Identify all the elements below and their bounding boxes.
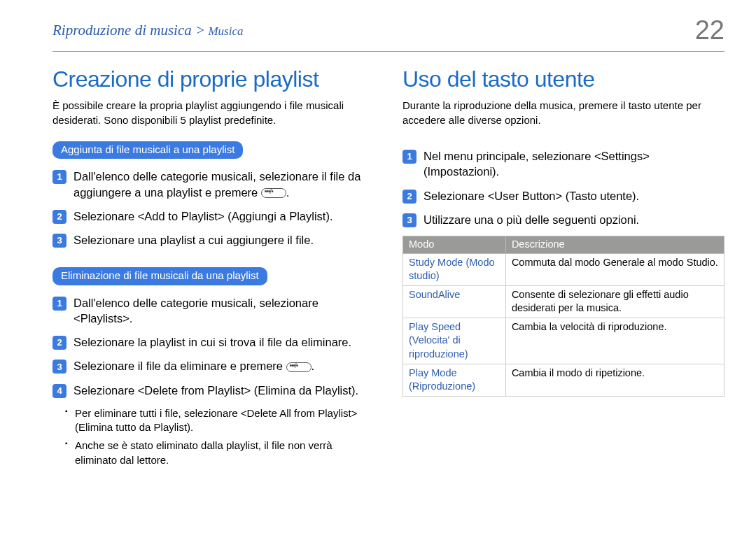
left-column: Creazione di proprie playlist È possibil… <box>52 64 374 471</box>
mode-cell: SoundAlive <box>403 285 506 318</box>
section-title: Creazione di proprie playlist <box>52 64 374 94</box>
section-intro: È possibile creare la propria playlist a… <box>52 99 374 127</box>
step-text: Dall'elenco delle categorie musicali, se… <box>74 295 374 327</box>
desc-cell: Cambia la velocità di riproduzione. <box>505 318 724 364</box>
step-number: 2 <box>52 336 66 350</box>
desc-cell: Commuta dal modo Generale al modo Studio… <box>505 253 724 285</box>
mode-cell: Play Mode (Riproduzione) <box>403 364 506 396</box>
options-table: Modo Descrizione Study Mode (Modo studio… <box>402 236 724 397</box>
step-number: 4 <box>52 384 66 398</box>
step-item: 2 Selezionare <Add to Playlist> (Aggiung… <box>52 208 374 224</box>
step-item: 1 Nel menu principale, selezionare <Sett… <box>402 148 724 180</box>
menu-button-icon <box>286 362 312 372</box>
step-text: Selezionare una playlist a cui aggiunger… <box>74 232 374 248</box>
desc-cell: Cambia il modo di ripetizione. <box>505 364 724 396</box>
note-item: Per eliminare tutti i file, selezionare … <box>75 406 374 435</box>
step-number: 2 <box>52 210 66 224</box>
table-row: Play Speed (Velocita' di riproduzione) C… <box>403 318 724 364</box>
step-text: Selezionare il file da eliminare e preme… <box>74 358 374 374</box>
section-title: Uso del tasto utente <box>402 64 724 94</box>
step-item: 3 Utilizzare una o più delle seguenti op… <box>402 212 724 227</box>
table-row: Play Mode (Riproduzione) Cambia il modo … <box>403 364 724 396</box>
page-header: Riproduzione di musica > Musica 22 <box>52 13 724 52</box>
table-header-row: Modo Descrizione <box>403 236 724 254</box>
step-number: 1 <box>402 150 416 164</box>
step-text: Selezionare <Delete from Playlist> (Elim… <box>74 383 374 398</box>
right-column: Uso del tasto utente Durante la riproduz… <box>402 64 724 471</box>
step-number: 1 <box>52 297 66 311</box>
breadcrumb: Riproduzione di musica > Musica <box>52 20 243 40</box>
step-item: 4 Selezionare <Delete from Playlist> (El… <box>52 383 374 398</box>
step-item: 2 Selezionare la playlist in cui si trov… <box>52 334 374 350</box>
table-row: Study Mode (Modo studio) Commuta dal mod… <box>403 253 724 285</box>
step-number: 3 <box>52 234 66 248</box>
menu-button-icon <box>261 188 286 198</box>
step-item: 3 Selezionare una playlist a cui aggiung… <box>52 232 374 248</box>
mode-cell: Study Mode (Modo studio) <box>403 253 506 285</box>
step-text: Nel menu principale, selezionare <Settin… <box>424 148 724 180</box>
note-item: Anche se è stato eliminato dalla playlis… <box>75 439 374 467</box>
desc-cell: Consente di selezionare gli effetti audi… <box>505 285 724 318</box>
step-text: Selezionare <User Button> (Tasto utente)… <box>424 188 724 204</box>
breadcrumb-main: Riproduzione di musica > <box>52 22 205 38</box>
page-number: 22 <box>695 13 724 48</box>
step-number: 3 <box>52 360 66 374</box>
step-item: 1 Dall'elenco delle categorie musicali, … <box>52 169 374 200</box>
step-item: 2 Selezionare <User Button> (Tasto utent… <box>402 188 724 204</box>
subsection-pill-add: Aggiunta di file musicali a una playlist <box>52 141 243 159</box>
subsection-pill-delete: Eliminazione di file musicali da una pla… <box>52 267 267 285</box>
mode-cell: Play Speed (Velocita' di riproduzione) <box>403 318 506 364</box>
step-item: 1 Dall'elenco delle categorie musicali, … <box>52 295 374 327</box>
content-columns: Creazione di proprie playlist È possibil… <box>52 64 724 471</box>
breadcrumb-sub: Musica <box>205 24 243 38</box>
step-text: Selezionare <Add to Playlist> (Aggiungi … <box>74 208 374 224</box>
section-intro: Durante la riproduzione della musica, pr… <box>402 99 724 127</box>
table-header: Modo <box>403 236 506 254</box>
step-number: 2 <box>402 190 416 204</box>
step-text: Selezionare la playlist in cui si trova … <box>74 334 374 350</box>
step-item: 3 Selezionare il file da eliminare e pre… <box>52 358 374 374</box>
step-text: Dall'elenco delle categorie musicali, se… <box>74 169 374 200</box>
step-number: 1 <box>52 170 66 184</box>
step-text: Utilizzare una o più delle seguenti opzi… <box>424 212 724 227</box>
table-header: Descrizione <box>505 236 724 254</box>
step-number: 3 <box>402 213 416 227</box>
table-row: SoundAlive Consente di selezionare gli e… <box>403 285 724 318</box>
notes-list: Per eliminare tutti i file, selezionare … <box>52 406 374 467</box>
